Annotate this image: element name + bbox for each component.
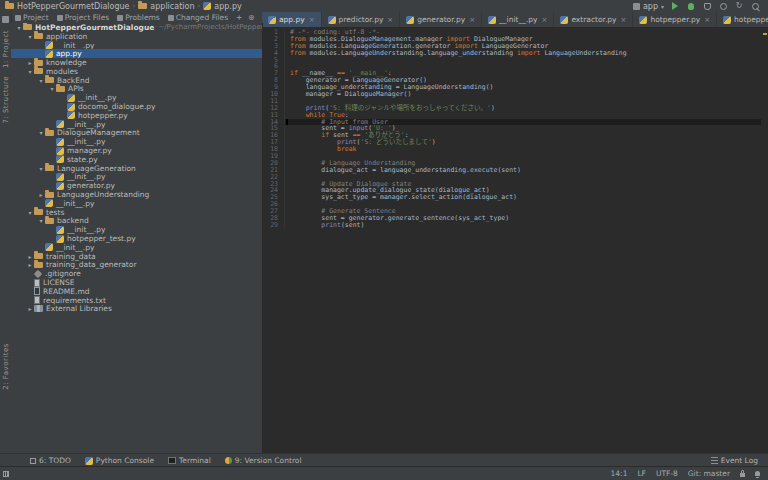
profiler-button[interactable] — [718, 1, 728, 11]
editor-tab-extractor-py[interactable]: extractor.py× — [554, 12, 633, 27]
tree-down-arrow-icon[interactable]: ▾ — [26, 209, 34, 216]
tree-item-languageunderstanding[interactable]: ▸LanguageUnderstanding — [11, 190, 262, 199]
error-stripe[interactable] — [761, 27, 768, 454]
editor-tab-hotpepper_test-py[interactable]: hotpepper_test.py× — [717, 12, 768, 27]
tree-right-arrow-icon[interactable]: ▸ — [37, 191, 45, 198]
tree-item-hotpepper_test-py[interactable]: hotpepper_test.py — [11, 234, 262, 243]
line-number[interactable]: 29 — [262, 222, 285, 229]
code-line-25[interactable]: 25 sys_act_type = manager.select_action(… — [262, 194, 761, 201]
tree-down-arrow-icon[interactable]: ▾ — [37, 217, 45, 224]
toolwindow-button-event-log[interactable]: Event Log — [711, 456, 758, 465]
tree-item-training_data[interactable]: ▸training_data — [11, 252, 262, 261]
tree-item-tests[interactable]: ▾tests — [11, 208, 262, 217]
tree-down-arrow-icon[interactable]: ▾ — [26, 68, 34, 75]
editor-tab-hotpepper-py[interactable]: hotpepper.py× — [633, 12, 717, 27]
tree-item-languagegeneration[interactable]: ▾LanguageGeneration — [11, 164, 262, 173]
tool-strip-label-project[interactable]: 1: Project — [2, 30, 10, 68]
tree-down-arrow-icon[interactable]: ▾ — [37, 129, 45, 136]
editor-tab-app-py[interactable]: app.py× — [262, 12, 322, 27]
tree-item-readme-md[interactable]: README.md — [11, 287, 262, 296]
tree-item-__init__-py[interactable]: __init__.py — [11, 173, 262, 182]
tree-item-__init__-py[interactable]: __init__.py — [11, 199, 262, 208]
tree-item-dialoguemanagement[interactable]: ▾DialogueManagement — [11, 129, 262, 138]
tree-right-arrow-icon[interactable]: ▸ — [26, 253, 34, 260]
tree-item-hotpepper-py[interactable]: hotpepper.py — [11, 111, 262, 120]
tree-item-app-py[interactable]: app.py — [11, 49, 262, 58]
code-line-18[interactable]: 18 break — [262, 146, 761, 153]
tab-close-icon[interactable]: × — [387, 16, 393, 24]
code-line-10[interactable]: 10 manager = DialogueManager() — [262, 91, 761, 98]
tab-close-icon[interactable]: × — [621, 16, 627, 24]
locate-button[interactable]: ⊕ — [246, 13, 256, 23]
restart-button[interactable]: ↻ — [734, 1, 744, 11]
view-tab-project[interactable]: Project — [11, 13, 53, 22]
tree-item-license[interactable]: LICENSE — [11, 278, 262, 287]
tree-item-external-libraries[interactable]: ▸External Libraries — [11, 305, 262, 314]
tree-item-hotpeppergourmetdialogue[interactable]: ▾HotPepperGourmetDialogue~/PycharmProjec… — [11, 23, 262, 32]
view-tab-project-files[interactable]: Project Files — [53, 13, 114, 22]
tree-item-knowledge[interactable]: ▸knowledge — [11, 58, 262, 67]
tree-down-arrow-icon[interactable]: ▾ — [26, 33, 34, 40]
add-view-button[interactable]: + — [232, 13, 246, 22]
run-config-selector[interactable]: app ▾ — [633, 2, 664, 11]
toolwindow-button-9-version-control[interactable]: 9: Version Control — [225, 456, 302, 465]
toolwindow-button-python-console[interactable]: Python Console — [85, 456, 154, 465]
tool-strip-label-structure[interactable]: 7: Structure — [2, 76, 10, 124]
view-tab-changed-files[interactable]: Changed Files — [164, 13, 232, 22]
tree-right-arrow-icon[interactable]: ▸ — [26, 59, 34, 66]
tree-item-__init__-py[interactable]: __init__.py — [11, 137, 262, 146]
tab-close-icon[interactable]: × — [309, 16, 315, 24]
view-tab-problems[interactable]: Problems — [113, 13, 164, 22]
debug-button[interactable] — [686, 1, 696, 11]
tool-strip-label-favorites[interactable]: 2: Favorites — [2, 343, 10, 390]
tool-strip-icon[interactable] — [2, 16, 9, 23]
tree-item-generator-py[interactable]: generator.py — [11, 181, 262, 190]
code-editor[interactable]: 1# -*- coding: utf-8 -*-2from modules.Di… — [262, 27, 768, 454]
view-tab-label: Changed Files — [176, 13, 228, 22]
toolwindow-button-6-todo[interactable]: 6: TODO — [30, 456, 71, 465]
line-separator[interactable]: LF — [637, 469, 646, 478]
lock-icon[interactable] — [740, 473, 745, 477]
editor-tab-generator-py[interactable]: generator.py× — [400, 12, 482, 27]
toolwindow-button-terminal[interactable]: Terminal — [168, 456, 211, 465]
tree-item-manager-py[interactable]: manager.py — [11, 146, 262, 155]
code-line-5[interactable]: 5 — [262, 57, 761, 64]
tree-down-arrow-icon[interactable]: ▾ — [48, 85, 56, 92]
tree-item-__init__-py[interactable]: __init__.py — [11, 93, 262, 102]
breadcrumb-item-application[interactable]: application — [138, 2, 194, 11]
file-encoding[interactable]: UTF-8 — [656, 469, 678, 478]
tree-down-arrow-icon[interactable]: ▾ — [37, 77, 45, 84]
tree-item-training_data_generator[interactable]: ▸training_data_generator — [11, 261, 262, 270]
code-line-4[interactable]: 4from modules.LanguageUnderstanding.lang… — [262, 50, 761, 57]
tree-item-__init__-py[interactable]: __init__.py — [11, 243, 262, 252]
caret-position[interactable]: 14:1 — [611, 469, 628, 478]
editor-tab-__init__-py[interactable]: __init__.py× — [482, 12, 554, 27]
git-branch[interactable]: Git: master — [688, 469, 730, 478]
toolwindow-switcher-icon[interactable] — [3, 471, 9, 477]
tree-item--gitignore[interactable]: .gitignore — [11, 269, 262, 278]
breadcrumb-item-hotpeppergourmetdialogue[interactable]: HotPepperGourmetDialogue — [5, 2, 130, 11]
coverage-button[interactable] — [702, 1, 712, 11]
tree-down-arrow-icon[interactable]: ▾ — [37, 165, 45, 172]
run-button[interactable] — [670, 1, 680, 11]
code-line-21[interactable]: 21 dialogue_act = language_understanding… — [262, 167, 761, 174]
tree-item-backend[interactable]: ▾BackEnd — [11, 76, 262, 85]
tree-item-__init__-py[interactable]: __init__.py — [11, 225, 262, 234]
tree-right-arrow-icon[interactable]: ▸ — [26, 305, 34, 312]
tree-item-requirements-txt[interactable]: requirements.txt — [11, 296, 262, 305]
editor-tab-predictor-py[interactable]: predictor.py× — [322, 12, 401, 27]
tree-item-application[interactable]: ▾application — [11, 32, 262, 41]
tree-item-backend[interactable]: ▾backend — [11, 217, 262, 226]
tab-close-icon[interactable]: × — [469, 16, 475, 24]
tree-item-apis[interactable]: ▾APIs — [11, 85, 262, 94]
tab-close-icon[interactable]: × — [704, 16, 710, 24]
tree-down-arrow-icon[interactable]: ▾ — [15, 24, 23, 31]
code-line-29[interactable]: 29 print(sent) — [262, 222, 761, 229]
tree-item-docomo_dialogue-py[interactable]: docomo_dialogue.py — [11, 102, 262, 111]
notifications-bell-icon[interactable] — [755, 471, 760, 476]
search-button[interactable] — [750, 1, 760, 11]
tree-right-arrow-icon[interactable]: ▸ — [26, 261, 34, 268]
tree-item-__init__-py[interactable]: __init__.py — [11, 41, 262, 50]
tab-close-icon[interactable]: × — [542, 16, 548, 24]
breadcrumb-item-app-py[interactable]: app.py — [203, 2, 241, 11]
